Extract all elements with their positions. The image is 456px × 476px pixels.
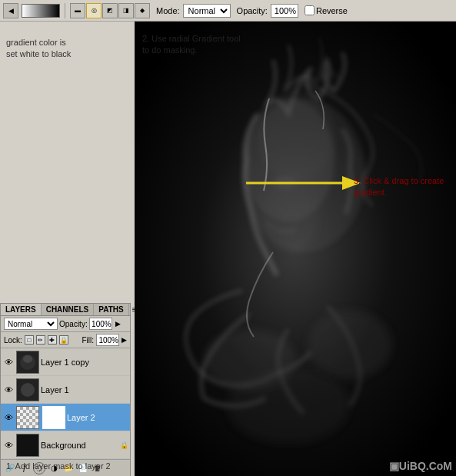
expand-icon[interactable]: ▶ [115, 320, 121, 328]
lock-all-button[interactable]: 🔒 [59, 335, 68, 345]
layer-row-layer2[interactable]: 👁 Layer 2 [1, 404, 130, 431]
lock-position-button[interactable]: ✚ [48, 335, 57, 345]
eye-icon-background[interactable]: 👁 [2, 439, 15, 451]
eye-icon-layer2[interactable]: 👁 [2, 411, 15, 424]
layers-controls: Normal Opacity: ▶ [1, 316, 130, 332]
radial-gradient-icon[interactable]: ◎ [86, 3, 102, 18]
layer-name-background: Background [41, 441, 118, 450]
blend-mode-select[interactable]: Normal [4, 318, 58, 330]
layer-thumb-background [16, 434, 39, 457]
layer-thumb-layer1 [16, 378, 39, 401]
svg-point-11 [227, 368, 350, 444]
svg-point-1 [23, 355, 32, 363]
drag-arrow [242, 171, 365, 196]
separator [65, 3, 65, 18]
left-panel: gradient color isset white to black LAYE… [0, 22, 135, 476]
gradient-annotation-text: gradient color isset white to black [6, 38, 71, 58]
lock-label: Lock: [4, 336, 22, 345]
history-back-button[interactable]: ◀ [3, 3, 18, 18]
gradient-preview[interactable] [22, 4, 60, 18]
opacity-label: Opacity: [59, 320, 88, 328]
layers-panel: LAYERS CHANNELS PATHS ≡ Normal Opacity: … [0, 303, 131, 476]
fill-expand[interactable]: ▶ [121, 336, 127, 344]
layer-thumb-layer1copy [16, 351, 39, 374]
radial-annotation-text: 2. Use radial Gradient tool to do maskin… [142, 34, 241, 55]
mask-annotation-text: 1. Add layer mask to layer 2 [6, 461, 111, 471]
tab-paths[interactable]: PATHS [94, 304, 128, 315]
watermark: ▣UiBQ.CoM [389, 460, 452, 472]
mode-select[interactable]: Normal [183, 4, 231, 18]
svg-point-7 [258, 91, 335, 183]
gradient-annotation: gradient color isset white to black [6, 37, 125, 61]
drag-annotation: 3. Click & drag to create gradient. [354, 175, 454, 199]
layer-name-layer1: Layer 1 [41, 385, 128, 394]
eye-icon-layer1copy[interactable]: 👁 [2, 356, 15, 368]
layer-row-background[interactable]: 👁 Background 🔒 [1, 431, 130, 459]
layers-tabs: LAYERS CHANNELS PATHS ≡ [1, 304, 130, 316]
diamond-gradient-icon[interactable]: ◆ [135, 3, 150, 18]
layer-name-layer1copy: Layer 1 copy [41, 358, 128, 367]
fill-label: Fill: [82, 336, 94, 345]
layer-name-layer2: Layer 2 [67, 413, 128, 422]
toolbar: ◀ ▬ ◎ ◩ ◨ ◆ Mode: Normal Opacity: Revers… [0, 0, 456, 22]
layer-thumb-layer2-mask [42, 406, 65, 429]
main-content: gradient color isset white to black LAYE… [0, 22, 456, 476]
lock-transparent-button[interactable]: □ [25, 335, 34, 345]
gradient-type-group: ▬ ◎ ◩ ◨ ◆ [70, 3, 150, 18]
radial-annotation: 2. Use radial Gradient tool to do maskin… [142, 33, 250, 57]
fill-input[interactable] [96, 334, 119, 346]
tab-channels[interactable]: CHANNELS [42, 304, 95, 315]
reverse-check[interactable]: Reverse [305, 5, 348, 15]
background-lock-icon: 🔒 [120, 441, 128, 449]
smoke-canvas: 2. Use radial Gradient tool to do maskin… [135, 22, 456, 476]
eye-icon-layer1[interactable]: 👁 [2, 384, 15, 396]
layer-row-layer1[interactable]: 👁 Layer 1 [1, 376, 130, 404]
angle-gradient-icon[interactable]: ◩ [102, 3, 118, 18]
reverse-checkbox[interactable] [305, 5, 315, 15]
opacity-input[interactable] [271, 4, 298, 18]
layers-lock-row: Lock: □ ✏ ✚ 🔒 Fill: ▶ [1, 332, 130, 348]
mask-annotation: 1. Add layer mask to layer 2 [6, 461, 111, 472]
mode-label: Mode: [156, 6, 180, 15]
layer-thumb-layer2-checker [16, 406, 39, 429]
ps-image-area: 2. Use radial Gradient tool to do maskin… [135, 22, 456, 476]
opacity-label: Opacity: [237, 6, 268, 15]
tab-layers[interactable]: LAYERS [1, 304, 42, 315]
svg-point-2 [21, 383, 35, 397]
layer-row-layer1-copy[interactable]: 👁 Layer 1 copy [1, 348, 130, 376]
lock-image-button[interactable]: ✏ [36, 335, 45, 345]
reflected-gradient-icon[interactable]: ◨ [118, 3, 134, 18]
linear-gradient-icon[interactable]: ▬ [70, 3, 85, 18]
reverse-label: Reverse [316, 6, 348, 15]
drag-annotation-text: 3. Click & drag to create gradient. [354, 176, 444, 197]
svg-point-10 [308, 310, 392, 379]
layers-opacity-input[interactable] [89, 318, 112, 330]
